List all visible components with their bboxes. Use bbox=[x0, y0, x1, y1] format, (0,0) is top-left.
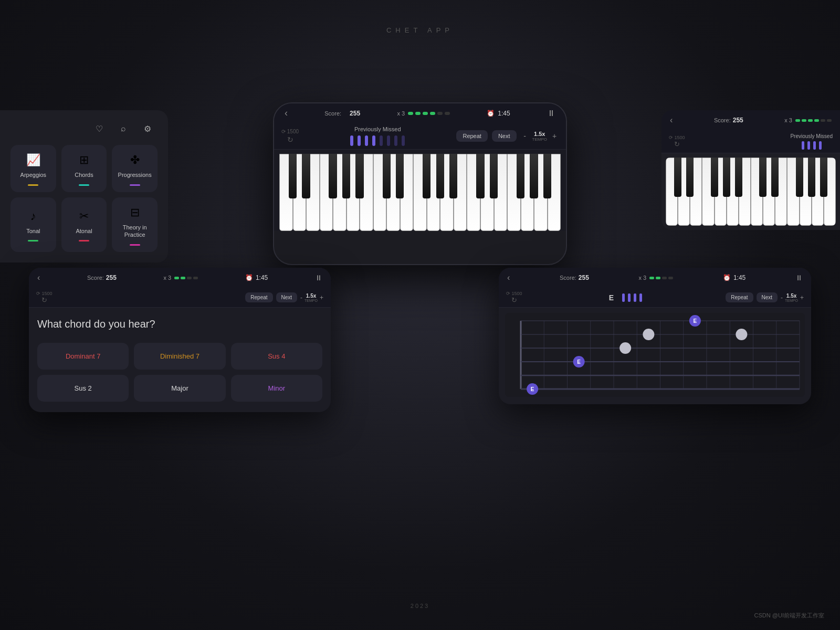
rn-3 bbox=[813, 141, 816, 150]
br-dot-2 bbox=[656, 277, 660, 279]
brn-1 bbox=[622, 293, 625, 302]
br-next-button[interactable]: Next bbox=[757, 292, 778, 302]
rn-4 bbox=[819, 141, 822, 150]
bl-back-button[interactable]: ‹ bbox=[37, 273, 40, 282]
black-key-5[interactable] bbox=[735, 158, 742, 197]
br-cycle-icon: ⟳ 1500 bbox=[506, 291, 522, 296]
bl-repeat-button[interactable]: Repeat bbox=[245, 292, 272, 302]
settings-icon[interactable]: ⚙ bbox=[140, 121, 155, 136]
black-key-1[interactable] bbox=[686, 158, 694, 197]
tempo-minus-button[interactable]: - bbox=[521, 132, 529, 140]
life-dot-4 bbox=[430, 112, 435, 115]
life-dot-1 bbox=[408, 112, 413, 115]
bl-pause-button[interactable]: ⏸ bbox=[315, 274, 322, 282]
menu-item-atonal[interactable]: ✂ Atonal bbox=[61, 197, 107, 252]
toolbar-right: Repeat Next - 1.5x TEMPO + bbox=[456, 130, 559, 142]
piano-keys[interactable] bbox=[279, 154, 561, 231]
black-key-10[interactable] bbox=[449, 154, 457, 198]
note-dot-3 bbox=[365, 135, 368, 146]
bl-next-button[interactable]: Next bbox=[276, 292, 298, 302]
br-lives-dots bbox=[649, 277, 673, 279]
black-key-8[interactable] bbox=[423, 154, 430, 198]
black-key-6[interactable] bbox=[396, 154, 404, 198]
theory-icon: ⊟ bbox=[130, 206, 140, 219]
refresh-icon[interactable]: ↻ bbox=[287, 135, 293, 144]
menu-item-chords[interactable]: ⊞ Chords bbox=[61, 145, 107, 192]
atonal-icon: ✂ bbox=[79, 209, 89, 223]
br-tempo-minus[interactable]: - bbox=[781, 294, 783, 301]
piano-keyboard[interactable] bbox=[274, 150, 566, 231]
life-dot-5 bbox=[437, 112, 443, 115]
progressions-icon: ✤ bbox=[130, 153, 140, 167]
tempo-value: 1.5x TEMPO bbox=[532, 131, 547, 142]
menu-item-progressions[interactable]: ✤ Progressions bbox=[112, 145, 158, 192]
br-repeat-button[interactable]: Repeat bbox=[726, 292, 753, 302]
heart-icon[interactable]: ♡ bbox=[91, 121, 107, 136]
brn-3 bbox=[634, 293, 636, 302]
black-key-9[interactable] bbox=[808, 158, 815, 197]
menu-item-theory[interactable]: ⊟ Theory in Practice bbox=[112, 197, 158, 252]
black-key-1[interactable] bbox=[302, 154, 310, 198]
chord-btn-diminished7[interactable]: Diminished 7 bbox=[134, 343, 225, 370]
black-key-3[interactable] bbox=[711, 158, 718, 197]
black-key-15[interactable] bbox=[543, 154, 551, 198]
right-back-button[interactable]: ‹ bbox=[670, 116, 673, 125]
black-key-5[interactable] bbox=[759, 158, 766, 197]
repeat-button[interactable]: Repeat bbox=[456, 130, 487, 142]
black-key-4[interactable] bbox=[723, 158, 730, 197]
black-key-5[interactable] bbox=[355, 154, 363, 198]
bl-tempo-minus[interactable]: - bbox=[300, 294, 302, 301]
black-key-9[interactable] bbox=[436, 154, 444, 198]
menu-item-tonal[interactable]: ♪ Tonal bbox=[10, 197, 56, 252]
bl-lives-multiplier: x 3 bbox=[164, 275, 172, 281]
br-dot-4 bbox=[668, 277, 673, 279]
br-dot-1 bbox=[649, 277, 654, 279]
black-key-0[interactable] bbox=[289, 154, 297, 198]
black-key-5[interactable] bbox=[383, 154, 391, 198]
phone-back-button[interactable]: ‹ bbox=[285, 108, 288, 119]
bl-refresh-icon[interactable]: ↻ bbox=[41, 296, 47, 304]
black-key-8[interactable] bbox=[796, 158, 803, 197]
clock-icon: ⏰ bbox=[487, 110, 495, 117]
note-dot-2 bbox=[358, 135, 361, 146]
tempo-number: 1.5x bbox=[534, 131, 545, 137]
rn-2 bbox=[807, 141, 810, 150]
menu-item-arpeggios[interactable]: 📈 Arpeggios bbox=[10, 145, 56, 192]
br-tempo-plus[interactable]: + bbox=[800, 294, 804, 301]
bl-tempo-number: 1.5x bbox=[306, 293, 316, 299]
black-key-10[interactable] bbox=[820, 158, 827, 197]
guitar-fretboard[interactable]: EEEEEE bbox=[505, 313, 805, 397]
black-key-10[interactable] bbox=[476, 154, 484, 198]
chord-btn-dominant7[interactable]: Dominant 7 bbox=[37, 343, 129, 370]
phone-status-bar: ‹ Score: 255 x 3 ⏰ 1:45 ⏸ bbox=[274, 103, 566, 123]
black-key-0[interactable] bbox=[674, 158, 681, 197]
right-piano-keys[interactable] bbox=[666, 158, 836, 226]
bl-tempo-plus[interactable]: + bbox=[320, 294, 323, 301]
phone-score-value: 255 bbox=[350, 110, 360, 117]
bl-clock-icon: ⏰ bbox=[245, 274, 253, 281]
br-pause-button[interactable]: ⏸ bbox=[795, 274, 803, 282]
phone-pause-button[interactable]: ⏸ bbox=[547, 109, 555, 118]
next-button[interactable]: Next bbox=[492, 130, 517, 142]
svg-point-25 bbox=[643, 329, 654, 340]
black-key-4[interactable] bbox=[342, 154, 350, 198]
note-dot-8 bbox=[402, 135, 405, 146]
right-toolbar-left: ⟳ 1500 ↻ bbox=[669, 135, 685, 148]
search-icon[interactable]: ⌕ bbox=[116, 121, 131, 136]
black-key-14[interactable] bbox=[530, 154, 538, 198]
bl-tempo-unit: TEMPO bbox=[304, 299, 318, 302]
black-key-6[interactable] bbox=[771, 158, 779, 197]
br-refresh-icon[interactable]: ↻ bbox=[511, 296, 517, 304]
tempo-plus-button[interactable]: + bbox=[550, 132, 559, 140]
chord-btn-major[interactable]: Major bbox=[134, 375, 225, 402]
black-key-13[interactable] bbox=[517, 154, 524, 198]
br-tempo-number: 1.5x bbox=[786, 293, 796, 299]
br-back-button[interactable]: ‹ bbox=[507, 273, 510, 282]
right-refresh-icon[interactable]: ↻ bbox=[674, 140, 680, 148]
bl-dot-3 bbox=[187, 277, 192, 279]
black-key-3[interactable] bbox=[329, 154, 337, 198]
chord-btn-minor[interactable]: Minor bbox=[231, 375, 322, 402]
black-key-11[interactable] bbox=[490, 154, 498, 198]
chord-btn-sus2[interactable]: Sus 2 bbox=[37, 375, 129, 402]
chord-btn-sus4[interactable]: Sus 4 bbox=[231, 343, 322, 370]
